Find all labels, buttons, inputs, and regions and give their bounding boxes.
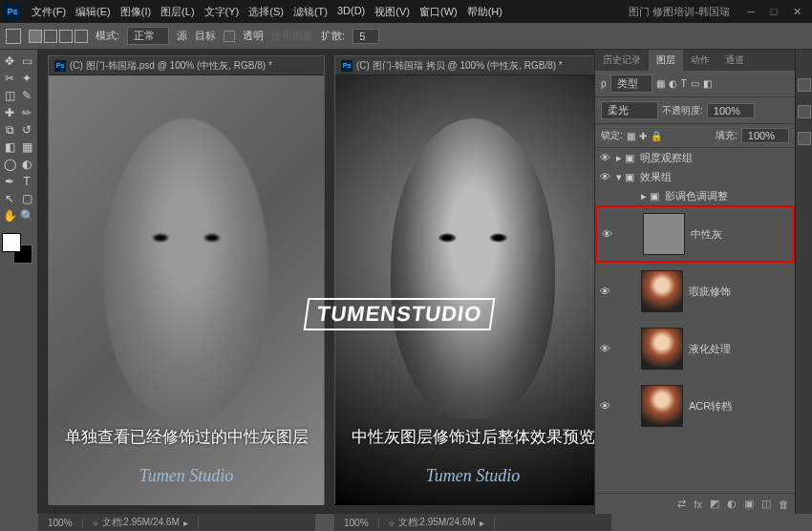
menu-select[interactable]: 选择(S) bbox=[244, 5, 288, 19]
blur-tool[interactable]: ◯ bbox=[2, 157, 17, 172]
document-window-1[interactable]: Ps (C) 图门-韩国瑞.psd @ 100% (中性灰, RGB/8) * … bbox=[48, 55, 325, 504]
tab-history[interactable]: 历史记录 bbox=[595, 50, 649, 71]
color-swatches[interactable] bbox=[2, 233, 32, 264]
menu-window[interactable]: 窗口(W) bbox=[415, 5, 462, 19]
patch-new-icon[interactable] bbox=[29, 30, 42, 43]
layer-thumb[interactable] bbox=[643, 213, 685, 255]
layer-name[interactable]: 液化处理 bbox=[689, 342, 731, 356]
mode-dropdown[interactable]: 正常 bbox=[127, 27, 169, 45]
collapsed-panel-icon[interactable] bbox=[798, 132, 811, 145]
layer-mask-icon[interactable]: ◩ bbox=[710, 498, 719, 510]
document-window-2[interactable]: Ps (C) 图门-韩国瑞 拷贝 @ 100% (中性灰, RGB/8) * 中… bbox=[334, 55, 594, 504]
menu-file[interactable]: 文件(F) bbox=[27, 5, 71, 19]
visibility-icon[interactable]: 👁 bbox=[599, 171, 610, 182]
doc-info-icon[interactable]: ⟐ bbox=[389, 518, 395, 528]
visibility-icon[interactable] bbox=[599, 190, 610, 202]
diffusion-field[interactable]: 5 bbox=[353, 29, 379, 44]
history-brush-tool[interactable]: ↺ bbox=[19, 122, 34, 138]
menu-filter[interactable]: 滤镜(T) bbox=[288, 5, 332, 19]
visibility-icon[interactable]: 👁 bbox=[599, 286, 610, 297]
doc-info-icon[interactable]: ⟐ bbox=[93, 518, 98, 528]
lock-position-icon[interactable]: ✚ bbox=[639, 131, 647, 141]
maximize-button[interactable]: □ bbox=[762, 3, 785, 20]
delete-layer-icon[interactable]: 🗑 bbox=[779, 499, 789, 510]
zoom-field[interactable]: 100% bbox=[38, 518, 83, 528]
visibility-icon[interactable]: 👁 bbox=[599, 400, 610, 412]
collapsed-panel-icon[interactable] bbox=[798, 105, 811, 118]
tool-preset-icon[interactable] bbox=[6, 29, 21, 44]
transparent-checkbox[interactable] bbox=[224, 31, 235, 42]
patch-int-icon[interactable] bbox=[75, 30, 88, 43]
eraser-tool[interactable]: ◧ bbox=[2, 139, 17, 155]
layer-group-effects[interactable]: 👁 ▾ ▣效果组 bbox=[595, 167, 795, 186]
fill-field[interactable]: 100% bbox=[741, 128, 789, 143]
gradient-tool[interactable]: ▦ bbox=[19, 139, 34, 155]
menu-edit[interactable]: 编辑(E) bbox=[71, 5, 116, 19]
opacity-field[interactable]: 100% bbox=[707, 103, 755, 118]
source-option[interactable]: 源 bbox=[177, 29, 187, 43]
foreground-swatch[interactable] bbox=[2, 233, 21, 252]
link-layers-icon[interactable]: ⇄ bbox=[677, 498, 686, 510]
layer-acr[interactable]: 👁 ACR转档 bbox=[595, 377, 795, 435]
menu-3d[interactable]: 3D(D) bbox=[332, 5, 370, 19]
tab-actions[interactable]: 动作 bbox=[683, 50, 717, 71]
collapsed-panel-icon[interactable] bbox=[798, 78, 811, 92]
zoom-field[interactable]: 100% bbox=[334, 518, 379, 528]
visibility-icon[interactable]: 👁 bbox=[601, 228, 612, 240]
eyedropper-tool[interactable]: ✎ bbox=[19, 88, 34, 103]
blend-mode-dropdown[interactable]: 柔光 bbox=[601, 101, 658, 119]
document-tab-1[interactable]: Ps (C) 图门-韩国瑞.psd @ 100% (中性灰, RGB/8) * bbox=[49, 56, 324, 75]
layer-thumb[interactable] bbox=[641, 328, 683, 370]
visibility-icon[interactable]: 👁 bbox=[599, 343, 610, 354]
stamp-tool[interactable]: ⧉ bbox=[2, 122, 17, 138]
filter-shape-icon[interactable]: ▭ bbox=[691, 78, 699, 89]
adjustment-layer-icon[interactable]: ◐ bbox=[727, 498, 737, 510]
marquee-tool[interactable]: ▭ bbox=[19, 53, 34, 69]
tab-channels[interactable]: 通道 bbox=[717, 50, 752, 71]
close-button[interactable]: ✕ bbox=[785, 3, 808, 20]
minimize-button[interactable]: ─ bbox=[739, 3, 762, 20]
shape-tool[interactable]: ▢ bbox=[19, 191, 34, 206]
target-option[interactable]: 目标 bbox=[195, 29, 216, 43]
layer-thumb[interactable] bbox=[641, 270, 683, 312]
hand-tool[interactable]: ✋ bbox=[2, 208, 17, 223]
document-tab-2[interactable]: Ps (C) 图门-韩国瑞 拷贝 @ 100% (中性灰, RGB/8) * bbox=[335, 56, 594, 75]
patch-sub-icon[interactable] bbox=[59, 30, 73, 43]
lock-all-icon[interactable]: 🔒 bbox=[651, 131, 662, 141]
heal-tool[interactable]: ✚ bbox=[2, 105, 17, 120]
pen-tool[interactable]: ✒ bbox=[2, 174, 17, 189]
zoom-tool[interactable]: 🔍 bbox=[19, 208, 34, 223]
menu-help[interactable]: 帮助(H) bbox=[462, 5, 507, 19]
layer-adjustment[interactable]: ▸ ▣影调色调调整 bbox=[595, 186, 795, 205]
patch-add-icon[interactable] bbox=[44, 30, 57, 43]
filter-image-icon[interactable]: ▦ bbox=[656, 78, 665, 89]
filter-adj-icon[interactable]: ◐ bbox=[669, 78, 677, 89]
menu-type[interactable]: 文字(Y) bbox=[200, 5, 245, 19]
new-layer-icon[interactable]: ◫ bbox=[761, 498, 771, 510]
layer-neutral-gray[interactable]: 👁 中性灰 bbox=[595, 205, 795, 263]
layer-blemish[interactable]: 👁 瑕疵修饰 bbox=[595, 263, 795, 320]
path-tool[interactable]: ↖ bbox=[2, 191, 17, 206]
filter-smart-icon[interactable]: ◧ bbox=[703, 78, 712, 89]
crop-tool[interactable]: ◫ bbox=[2, 88, 17, 103]
lasso-tool[interactable]: ✂ bbox=[2, 71, 17, 86]
layer-fx-icon[interactable]: fx bbox=[694, 499, 702, 510]
move-tool[interactable]: ✥ bbox=[2, 53, 17, 69]
menu-view[interactable]: 视图(V) bbox=[370, 5, 415, 19]
menu-image[interactable]: 图像(I) bbox=[116, 5, 156, 19]
visibility-icon[interactable]: 👁 bbox=[599, 152, 610, 163]
wand-tool[interactable]: ✦ bbox=[19, 71, 34, 86]
lock-pixels-icon[interactable]: ▦ bbox=[627, 131, 635, 141]
layer-name[interactable]: ACR转档 bbox=[689, 399, 732, 414]
layer-liquify[interactable]: 👁 液化处理 bbox=[595, 320, 795, 377]
brush-tool[interactable]: ✏ bbox=[19, 105, 34, 120]
group-icon[interactable]: ▣ bbox=[744, 498, 754, 510]
layer-name[interactable]: 瑕疵修饰 bbox=[689, 285, 731, 299]
type-tool[interactable]: T bbox=[19, 174, 34, 189]
filter-type-icon[interactable]: T bbox=[681, 78, 687, 89]
layer-thumb[interactable] bbox=[641, 385, 683, 427]
menu-layer[interactable]: 图层(L) bbox=[156, 5, 199, 19]
layer-name[interactable]: 中性灰 bbox=[691, 227, 722, 242]
dodge-tool[interactable]: ◐ bbox=[19, 157, 34, 172]
filter-kind-dropdown[interactable]: 类型 bbox=[610, 74, 652, 93]
